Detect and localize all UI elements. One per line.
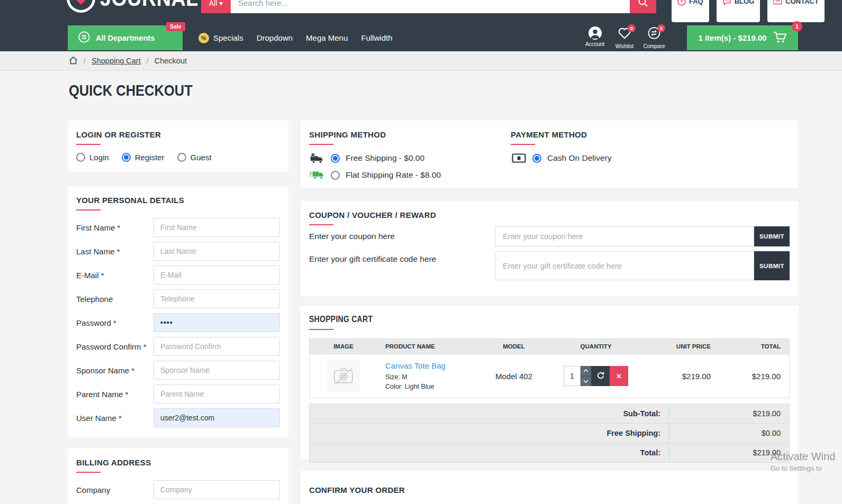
field-row: Company <box>76 480 280 499</box>
blog-button[interactable]: BLOG <box>717 0 760 22</box>
search-bar: All ▾ <box>201 0 656 13</box>
faq-label: FAQ <box>689 0 703 5</box>
cart-icon <box>773 31 787 45</box>
field-label: Sponsor Name * <box>76 366 153 375</box>
coupon-input[interactable] <box>495 226 754 246</box>
title-underline <box>76 144 101 145</box>
field-row: Telephone <box>76 289 280 308</box>
user-name-field[interactable] <box>153 408 280 427</box>
all-departments-label: All Departments <box>96 34 155 42</box>
gift-certificate-submit-button[interactable]: SUBMIT <box>754 251 790 280</box>
product-option-color: Color: Light Blue <box>385 382 477 391</box>
nav-item-mega-menu[interactable]: Mega Menu <box>306 33 348 42</box>
column-header-model: MODEL <box>477 343 551 350</box>
radio-circle <box>331 171 340 180</box>
sale-badge: Sale <box>166 22 185 31</box>
free-shipping-value: $0.00 <box>669 424 789 443</box>
svg-text:?: ? <box>680 0 683 4</box>
radio-label: Guest <box>191 153 212 162</box>
logo[interactable]: JOURNAL <box>67 0 210 13</box>
total-row: Total: $219.00 <box>310 443 789 463</box>
company-field[interactable] <box>153 480 280 499</box>
cart-count-badge: 1 <box>792 21 802 32</box>
logo-heart-icon <box>67 0 95 13</box>
update-quantity-button[interactable] <box>591 366 610 386</box>
quantity-increase-button[interactable] <box>581 366 591 377</box>
product-link[interactable]: Canvas Tote Bag <box>385 361 446 370</box>
close-icon: ✕ <box>616 372 622 380</box>
compare-button[interactable]: 0 Compare <box>642 26 666 49</box>
shopping-cart-panel: SHOPPING CART IMAGE PRODUCT NAME MODEL Q… <box>301 306 798 459</box>
panel-title: SHIPPING METHOD <box>309 130 441 139</box>
panel-title: CONFIRM YOUR ORDER <box>309 485 790 494</box>
field-label: Parent Name * <box>76 390 153 399</box>
field-label: Company <box>76 485 153 494</box>
payment-option-cod[interactable]: Cash On Delivery <box>511 151 611 166</box>
unit-price-value: $219.00 <box>641 372 720 381</box>
gift-certificate-input[interactable] <box>495 251 754 280</box>
quantity-decrease-button[interactable] <box>581 377 591 387</box>
wishlist-button[interactable]: 0 Wishlist <box>613 26 636 49</box>
compare-count-badge: 0 <box>657 24 665 32</box>
nav-item-label: Mega Menu <box>306 33 348 42</box>
product-model: Model 402 <box>477 372 551 381</box>
nav-item-fullwidth[interactable]: Fullwidth <box>361 33 392 42</box>
radio-circle-checked <box>532 154 541 163</box>
cart-button[interactable]: 1 item(s) - $219.00 1 <box>687 25 798 50</box>
coupon-submit-button[interactable]: SUBMIT <box>754 226 790 246</box>
telephone-field[interactable] <box>153 289 280 308</box>
home-breadcrumb-link[interactable] <box>69 56 78 66</box>
parent-name-field[interactable] <box>153 384 280 404</box>
field-row: Last Name * <box>76 242 280 261</box>
percent-icon: % <box>198 33 209 43</box>
email-field[interactable] <box>153 265 280 285</box>
total-label: Total: <box>310 443 669 462</box>
remove-item-button[interactable]: ✕ <box>610 366 628 386</box>
field-row: Password Confirm * <box>76 337 280 356</box>
sponsor-name-field[interactable] <box>153 361 280 380</box>
account-button[interactable]: Account <box>583 26 606 49</box>
nav-item-dropdown[interactable]: Dropdown <box>257 33 293 42</box>
password-confirm-field[interactable] <box>153 337 280 356</box>
chevron-down-icon: ▾ <box>219 0 223 7</box>
faq-button[interactable]: ? FAQ <box>672 0 709 22</box>
search-category-label: All <box>209 0 218 7</box>
wishlist-count-badge: 0 <box>628 24 636 32</box>
contact-label: CONTACT <box>785 0 819 5</box>
shipping-option-flat[interactable]: Flat Shipping Rate - $8.00 <box>309 168 441 182</box>
shipping-method-section: SHIPPING METHOD Free Shipping - $0.00 Fl… <box>309 130 441 182</box>
field-label: Password Confirm * <box>76 342 153 351</box>
payment-option-label: Cash On Delivery <box>547 153 611 163</box>
nav-item-label: Fullwidth <box>361 33 392 42</box>
confirm-order-panel: CONFIRM YOUR ORDER <box>301 471 798 504</box>
quantity-input[interactable] <box>564 366 581 386</box>
radio-label: Register <box>135 153 165 162</box>
title-underline <box>309 224 333 225</box>
panel-title: YOUR PERSONAL DETAILS <box>76 196 280 205</box>
search-button[interactable] <box>630 0 656 13</box>
nav-item-specials[interactable]: % Specials <box>198 33 243 43</box>
header-icons: Account 0 Wishlist 0 Compare <box>583 26 666 49</box>
breadcrumb-separator: / <box>84 57 86 65</box>
radio-guest[interactable]: Guest <box>177 153 212 162</box>
password-field[interactable] <box>153 313 280 332</box>
first-name-field[interactable] <box>153 218 280 237</box>
search-category-dropdown[interactable]: All ▾ <box>201 0 231 13</box>
refresh-icon <box>596 371 605 381</box>
cash-payment-icon <box>511 153 527 163</box>
truck-clock-icon <box>309 152 325 164</box>
contact-button[interactable]: CONTACT <box>767 0 825 22</box>
radio-login[interactable]: Login <box>76 153 109 162</box>
all-departments-button[interactable]: All Departments <box>68 25 183 50</box>
personal-details-panel: YOUR PERSONAL DETAILS First Name * Last … <box>68 186 288 437</box>
line-total-value: $219.00 <box>720 372 789 381</box>
radio-register[interactable]: Register <box>122 153 165 162</box>
shipping-option-free[interactable]: Free Shipping - $0.00 <box>309 151 441 166</box>
breadcrumb-shopping-cart[interactable]: Shopping Cart <box>92 57 141 65</box>
nav-item-label: Dropdown <box>257 33 293 42</box>
gift-certificate-label: Enter your gift certificate code here <box>309 253 441 265</box>
last-name-field[interactable] <box>153 242 280 261</box>
gift-certificate-input-group: SUBMIT <box>495 251 790 280</box>
billing-address-panel: BILLING ADDRESS Company <box>68 448 288 504</box>
search-input[interactable] <box>231 0 630 13</box>
